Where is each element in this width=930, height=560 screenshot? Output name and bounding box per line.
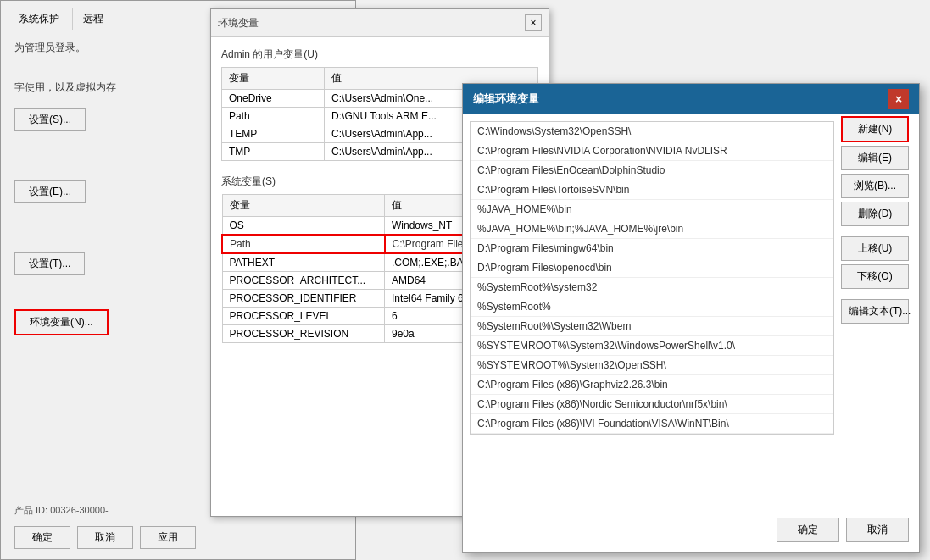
path-list-item[interactable]: %SystemRoot%\System32\Wbem [471, 317, 833, 336]
new-path-button[interactable]: 新建(N) [841, 116, 909, 142]
move-down-button[interactable]: 下移(O) [841, 264, 909, 289]
path-list-container[interactable]: C:\Windows\System32\OpenSSH\C:\Program F… [470, 121, 834, 435]
path-list-item[interactable]: C:\Program Files\NVIDIA Corporation\NVID… [471, 141, 833, 161]
var-name: Path [222, 108, 325, 125]
settings-btn-3[interactable]: 设置(T)... [14, 252, 85, 275]
browse-path-button[interactable]: 浏览(B)... [841, 174, 909, 198]
edit-ok-cancel-buttons: 确定 取消 [777, 518, 909, 542]
path-list-item[interactable]: C:\Program Files (x86)\IVI Foundation\VI… [471, 414, 833, 434]
var-name: PROCESSOR_REVISION [222, 325, 385, 343]
path-list-item[interactable]: C:\Program Files (x86)\Graphviz2.26.3\bi… [471, 375, 833, 395]
var-name: Path [222, 235, 385, 253]
env-dialog-titlebar: 环境变量 × [211, 9, 549, 37]
delete-path-button[interactable]: 删除(D) [841, 202, 909, 226]
user-col-var: 变量 [222, 68, 325, 90]
apply-button-bg[interactable]: 应用 [140, 526, 196, 549]
edit-dialog-title: 编辑环境变量 [473, 91, 539, 107]
user-vars-label: Admin 的用户变量(U) [221, 47, 538, 62]
edit-text-button[interactable]: 编辑文本(T)... [841, 299, 909, 324]
var-name: OneDrive [222, 90, 325, 108]
edit-action-buttons: 新建(N) 编辑(E) 浏览(B)... 删除(D) 上移(U) 下移(O) 编… [841, 116, 909, 324]
sys-col-var: 变量 [222, 195, 385, 217]
var-name: PROCESSOR_IDENTIFIER [222, 290, 385, 308]
env-dialog-title: 环境变量 [218, 16, 259, 30]
edit-env-dialog: 编辑环境变量 × C:\Windows\System32\OpenSSH\C:\… [462, 83, 920, 553]
edit-path-button[interactable]: 编辑(E) [841, 146, 909, 170]
settings-btn-1[interactable]: 设置(S)... [14, 108, 86, 131]
edit-dialog-titlebar: 编辑环境变量 × [463, 84, 919, 114]
var-name: PROCESSOR_LEVEL [222, 308, 385, 325]
edit-ok-button[interactable]: 确定 [777, 518, 839, 542]
path-list-item[interactable]: C:\Program Files (x86)\Nordic Semiconduc… [471, 395, 833, 414]
path-list-item[interactable]: D:\Program Files\mingw64\bin [471, 239, 833, 258]
path-list-item[interactable]: C:\Program Files (x86)\IVI Foundation\VI… [471, 434, 833, 435]
ok-button-bg[interactable]: 确定 [14, 526, 70, 549]
var-name: TMP [222, 143, 325, 161]
settings-btn-2[interactable]: 设置(E)... [14, 180, 86, 203]
path-list-item[interactable]: %SystemRoot% [471, 297, 833, 317]
path-list-item[interactable]: C:\Program Files\EnOcean\DolphinStudio [471, 161, 833, 180]
var-name: PATHEXT [222, 253, 385, 272]
path-list-item[interactable]: D:\Program Files\openocd\bin [471, 258, 833, 278]
tab-remote[interactable]: 远程 [72, 8, 114, 30]
var-name: PROCESSOR_ARCHITECT... [222, 272, 385, 290]
bottom-buttons: 确定 取消 应用 [14, 526, 196, 549]
path-list-item[interactable]: %JAVA_HOME%\bin;%JAVA_HOME%\jre\bin [471, 219, 833, 239]
cancel-button-bg[interactable]: 取消 [77, 526, 133, 549]
tab-system-protection[interactable]: 系统保护 [8, 8, 70, 30]
edit-cancel-button[interactable]: 取消 [846, 518, 909, 542]
path-list-item[interactable]: %SystemRoot%\system32 [471, 278, 833, 297]
path-list-item[interactable]: %SYSTEMROOT%\System32\WindowsPowerShell\… [471, 336, 833, 356]
product-id: 产品 ID: 00326-30000- [14, 504, 109, 517]
edit-dialog-close[interactable]: × [888, 89, 909, 109]
path-list-item[interactable]: C:\Program Files\TortoiseSVN\bin [471, 180, 833, 200]
env-variables-button[interactable]: 环境变量(N)... [14, 309, 109, 335]
path-list-item[interactable]: C:\Windows\System32\OpenSSH\ [471, 122, 833, 141]
env-dialog-close[interactable]: × [525, 14, 542, 31]
path-list-item[interactable]: %JAVA_HOME%\bin [471, 200, 833, 219]
var-name: OS [222, 217, 385, 236]
var-name: TEMP [222, 125, 325, 143]
move-up-button[interactable]: 上移(U) [841, 236, 909, 261]
path-list-item[interactable]: %SYSTEMROOT%\System32\OpenSSH\ [471, 356, 833, 375]
